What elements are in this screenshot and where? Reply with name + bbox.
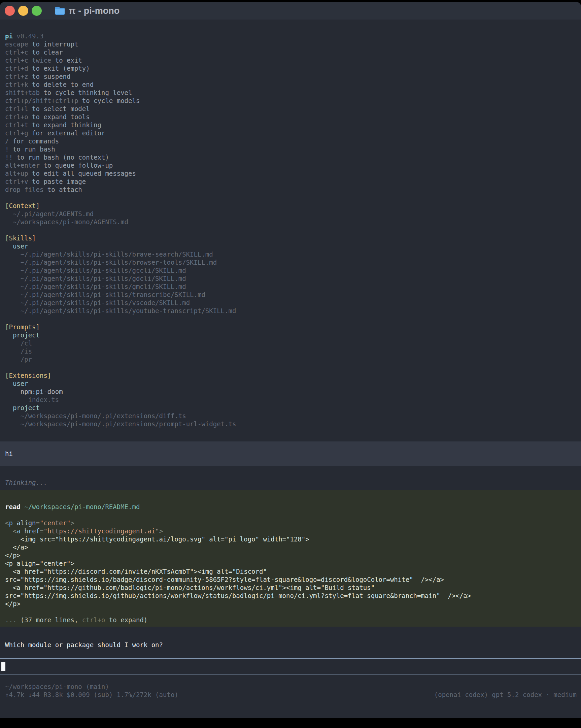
assistant-message: Which module or package should I work on… bbox=[0, 641, 581, 649]
truncation-segment: to expand) bbox=[105, 616, 148, 624]
shortcut-desc: for external editor bbox=[28, 129, 105, 137]
shortcut-key: ! bbox=[5, 146, 9, 153]
shortcut-desc: to exit bbox=[51, 57, 82, 64]
code-line: src="https://img.shields.io/github/actio… bbox=[0, 592, 581, 600]
code-segment: > bbox=[71, 519, 74, 527]
app-version-text: v0.49.3 bbox=[13, 32, 44, 40]
code-segment: > bbox=[159, 527, 163, 535]
code-segment: </p> bbox=[5, 600, 21, 607]
shortcut-key: escape bbox=[5, 41, 28, 48]
terminal-output: pi v0.49.3 escape to interruptctrl+c to … bbox=[0, 20, 581, 699]
status-model: (openai-codex) gpt-5.2-codex · medium bbox=[434, 691, 577, 699]
prompts-scope-label: project bbox=[5, 331, 40, 339]
code-segment bbox=[13, 519, 17, 527]
truncation-segment: ctrl+o bbox=[82, 616, 105, 624]
prompt-item: /pr bbox=[0, 355, 581, 363]
shortcut-line: !! to run bash (no context) bbox=[0, 153, 581, 161]
tool-header: read ~/workspaces/pi-mono/README.md bbox=[0, 503, 581, 511]
code-segment: = bbox=[40, 527, 44, 535]
shortcut-key: ctrl+l bbox=[5, 105, 28, 112]
skill-path: ~/.pi/agent/skills/pi-skills/brave-searc… bbox=[0, 250, 581, 258]
shortcut-line: alt+up to edit all queued messages bbox=[0, 170, 581, 178]
code-segment: < bbox=[5, 519, 9, 527]
skill-path-text: ~/.pi/agent/skills/pi-skills/brave-searc… bbox=[5, 251, 213, 258]
shortcut-desc: to edit all queued messages bbox=[28, 170, 136, 177]
shortcut-key: alt+enter bbox=[5, 162, 40, 169]
code-segment: "https://shittycodingagent.ai" bbox=[44, 527, 159, 535]
extension-row-text: ~/workspaces/pi-mono/.pi/extensions/diff… bbox=[5, 412, 186, 420]
code-segment: src="https://img.shields.io/badge/discor… bbox=[5, 576, 444, 583]
shortcut-key: shift+tab bbox=[5, 89, 40, 96]
skill-path: ~/.pi/agent/skills/pi-skills/gdcli/SKILL… bbox=[0, 275, 581, 283]
shortcut-key: ctrl+c twice bbox=[5, 57, 51, 64]
truncation-segment: ... bbox=[5, 616, 21, 624]
shortcut-line: ctrl+o to expand tools bbox=[0, 113, 581, 121]
truncation-notice: ... (37 more lines, ctrl+o to expand) bbox=[0, 616, 581, 624]
truncation-segment: (37 more lines, bbox=[21, 616, 82, 624]
context-path-text: ~/.pi/agent/AGENTS.md bbox=[5, 210, 94, 217]
code-segment: <a href="https://github.com/badlogic/pi-… bbox=[5, 584, 375, 591]
skill-path-text: ~/.pi/agent/skills/pi-skills/gccli/SKILL… bbox=[5, 267, 186, 274]
prompt-item: /cl bbox=[0, 339, 581, 347]
extension-row-text: npm:pi-doom bbox=[5, 388, 63, 395]
user-message-text: hi bbox=[5, 449, 13, 458]
prompt-item-text: /is bbox=[5, 347, 32, 355]
extensions-rows: user npm:pi-doom index.ts project ~/work… bbox=[0, 380, 581, 428]
skill-path: ~/.pi/agent/skills/pi-skills/gmcli/SKILL… bbox=[0, 283, 581, 291]
user-message-band: hi bbox=[0, 441, 581, 466]
shortcut-line: ! to run bash bbox=[0, 145, 581, 153]
shortcut-key: / bbox=[5, 137, 9, 145]
prompt-item: /is bbox=[0, 347, 581, 355]
extension-row-text: ~/workspaces/pi-mono/.pi/extensions/prom… bbox=[5, 420, 236, 427]
extension-row: index.ts bbox=[0, 396, 581, 404]
code-segment bbox=[21, 527, 24, 535]
shortcut-line: drop files to attach bbox=[0, 185, 581, 193]
prompts-rows: project /cl /is /pr bbox=[0, 331, 581, 363]
code-line: </p> bbox=[0, 551, 581, 559]
shortcut-key: ctrl+d bbox=[5, 64, 28, 72]
section-header-extensions: [Extensions] bbox=[0, 371, 581, 380]
code-segment: </p> bbox=[5, 551, 21, 559]
shortcut-desc: to suspend bbox=[28, 73, 71, 80]
shortcut-line: shift+tab to cycle thinking level bbox=[0, 88, 581, 97]
shortcut-desc: to delete to end bbox=[28, 81, 94, 88]
tool-output: <p align="center"> <a href="https://shit… bbox=[0, 519, 581, 608]
skill-path-text: ~/.pi/agent/skills/pi-skills/gmcli/SKILL… bbox=[5, 283, 186, 290]
shortcut-line: ctrl+k to delete to end bbox=[0, 80, 581, 88]
shortcut-line: / for commands bbox=[0, 137, 581, 145]
code-line: <p align="center"> bbox=[0, 559, 581, 567]
code-line: <a href="https://github.com/badlogic/pi-… bbox=[0, 583, 581, 592]
shortcut-desc: to cycle models bbox=[78, 97, 140, 104]
window-title: π - pi-mono bbox=[69, 6, 120, 16]
code-line: <a href="https://discord.com/invite/nKXT… bbox=[0, 567, 581, 575]
extension-row-text: project bbox=[5, 404, 40, 412]
prompts-scope: project bbox=[0, 331, 581, 339]
shortcut-line: ctrl+c to clear bbox=[0, 48, 581, 56]
prompt-item-text: /cl bbox=[5, 339, 32, 347]
shortcut-key: ctrl+c bbox=[5, 49, 28, 56]
section-header-skills: [Skills] bbox=[0, 234, 581, 242]
shortcut-desc: to clear bbox=[28, 49, 63, 56]
extension-row-text: index.ts bbox=[5, 396, 59, 404]
skill-path-text: ~/.pi/agent/skills/pi-skills/youtube-tra… bbox=[5, 307, 236, 314]
close-button[interactable] bbox=[5, 6, 15, 16]
code-segment: <img src="https://shittycodingagent.ai/l… bbox=[5, 536, 309, 543]
code-segment: href bbox=[24, 527, 40, 535]
shortcut-line: ctrl+t to expand thinking bbox=[0, 121, 581, 129]
status-cwd: ~/workspaces/pi-mono (main) bbox=[0, 682, 581, 691]
extension-row: user bbox=[0, 380, 581, 388]
prompt-input[interactable] bbox=[0, 658, 581, 674]
code-segment: p bbox=[9, 519, 12, 527]
context-path-text: ~/workspaces/pi-mono/AGENTS.md bbox=[5, 218, 128, 226]
zoom-button[interactable] bbox=[32, 6, 42, 16]
code-segment: <p align="center"> bbox=[5, 560, 74, 567]
skill-path: ~/.pi/agent/skills/pi-skills/gccli/SKILL… bbox=[0, 266, 581, 275]
skill-path-text: ~/.pi/agent/skills/pi-skills/browser-too… bbox=[5, 259, 217, 266]
extension-row: npm:pi-doom bbox=[0, 388, 581, 396]
tool-command: read bbox=[5, 503, 21, 511]
minimize-button[interactable] bbox=[18, 6, 28, 16]
shortcut-key: ctrl+g bbox=[5, 129, 28, 137]
tool-call-block: read ~/workspaces/pi-mono/README.md <p a… bbox=[0, 490, 581, 627]
shortcut-line: ctrl+p/shift+ctrl+p to cycle models bbox=[0, 97, 581, 105]
shortcut-line: escape to interrupt bbox=[0, 40, 581, 48]
